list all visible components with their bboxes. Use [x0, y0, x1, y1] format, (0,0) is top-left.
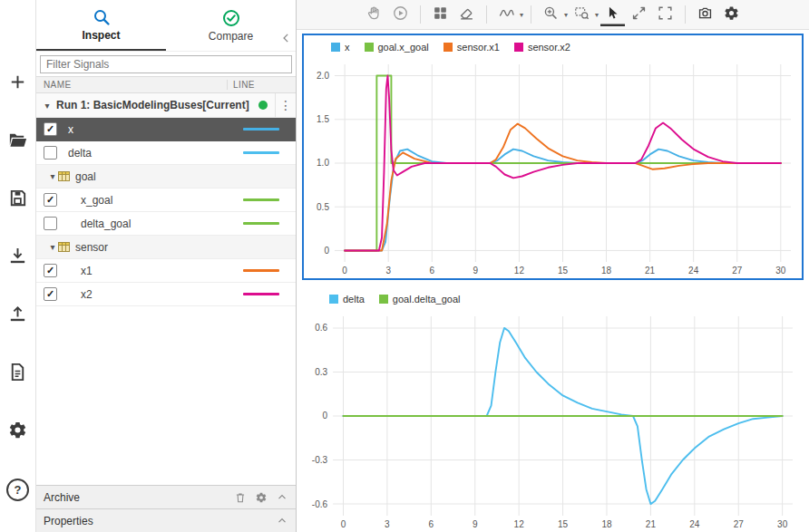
svg-text:-0.6: -0.6	[312, 499, 328, 509]
chevron-down-icon[interactable]: ▾	[595, 11, 599, 19]
group-row-goal[interactable]: ▾ goal	[36, 165, 296, 189]
caret-down-icon[interactable]: ▾	[47, 171, 58, 181]
signal-row-x[interactable]: x	[36, 118, 296, 141]
svg-text:6: 6	[429, 519, 434, 529]
add-button[interactable]	[5, 71, 31, 96]
legend-item[interactable]: goal.x_goal	[365, 42, 429, 53]
signal-row-x1[interactable]: x1	[36, 259, 296, 283]
signal-row-x-goal[interactable]: x_goal	[36, 189, 296, 212]
run-row[interactable]: ▾ Run 1: BasicModelingBuses[Current] ⋮	[36, 93, 296, 118]
fullscreen-button[interactable]	[653, 3, 677, 26]
more-options-icon[interactable]: ⋮	[275, 93, 296, 117]
line-sample-x2	[243, 293, 279, 295]
svg-text:0: 0	[341, 519, 346, 529]
zoom-in-button[interactable]	[539, 3, 563, 26]
tab-inspect-label: Inspect	[82, 29, 120, 42]
signal-row-x2[interactable]: x2	[36, 283, 296, 306]
subplot-2[interactable]: deltagoal.delta_goal 036912151821242730-…	[302, 287, 804, 532]
grid-layout-icon	[432, 5, 449, 24]
svg-text:15: 15	[558, 266, 569, 276]
svg-text:24: 24	[689, 519, 700, 529]
pan-tool-button[interactable]	[362, 3, 386, 26]
legend-item[interactable]: goal.delta_goal	[379, 294, 461, 305]
svg-text:3: 3	[385, 519, 390, 529]
legend: xgoal.x_goalsensor.x1sensor.x2	[304, 35, 802, 59]
pointer-tool-button[interactable]	[600, 3, 625, 26]
report-button[interactable]	[5, 361, 31, 386]
group-row-sensor[interactable]: ▾ sensor	[36, 236, 296, 259]
legend-swatch-icon	[379, 295, 388, 304]
checkbox-x-goal[interactable]	[44, 193, 57, 207]
legend-swatch-icon	[329, 295, 338, 304]
import-button[interactable]	[5, 245, 31, 270]
layout-button[interactable]	[428, 3, 453, 26]
checkbox-delta-goal[interactable]	[44, 217, 57, 230]
filter-signals-input[interactable]	[40, 55, 292, 73]
signal-name: x_goal	[57, 194, 227, 207]
collapse-panel-icon[interactable]	[279, 31, 294, 45]
svg-text:2.0: 2.0	[317, 71, 329, 81]
chevron-down-icon[interactable]: ▾	[520, 11, 523, 19]
properties-section[interactable]: Properties	[36, 508, 296, 532]
toolbar-separator	[531, 5, 531, 24]
plus-icon	[7, 72, 28, 95]
gear-icon[interactable]	[254, 490, 268, 504]
question-icon: ?	[6, 479, 29, 501]
preferences-button[interactable]	[5, 419, 31, 444]
checkbox-x1[interactable]	[44, 264, 57, 277]
plot-toolbar: ▾ ▾ ▾	[297, 0, 809, 30]
save-button[interactable]	[5, 187, 31, 212]
legend-item[interactable]: sensor.x1	[443, 42, 500, 53]
signal-row-delta-goal[interactable]: delta_goal	[36, 212, 296, 236]
run-status-dot	[258, 101, 268, 110]
save-icon	[7, 188, 28, 211]
caret-down-icon[interactable]: ▾	[42, 101, 53, 111]
hand-icon	[366, 5, 383, 24]
chevron-down-icon[interactable]: ▾	[564, 11, 568, 19]
line-sample-x-goal	[243, 198, 279, 201]
fit-to-view-button[interactable]	[627, 3, 651, 26]
time-plot-2[interactable]: 036912151821242730-0.6-0.300.30.6	[302, 311, 804, 532]
chevron-up-icon[interactable]	[275, 490, 288, 504]
column-line: LINE	[227, 80, 296, 90]
trash-icon[interactable]	[233, 490, 247, 504]
legend-label: delta	[343, 294, 365, 305]
settings-button[interactable]	[719, 3, 744, 26]
legend-label: sensor.x1	[457, 42, 500, 53]
export-button[interactable]	[5, 303, 31, 328]
import-icon	[7, 246, 28, 269]
time-plot-1[interactable]: 03691215182124273000.51.01.52.0	[304, 59, 802, 278]
line-sample-delta	[243, 151, 279, 154]
gear-icon	[723, 5, 740, 24]
svg-text:18: 18	[601, 266, 612, 276]
legend-item[interactable]: x	[331, 42, 350, 53]
open-button[interactable]	[5, 129, 31, 154]
replay-button[interactable]	[388, 3, 413, 26]
checkbox-x2[interactable]	[44, 287, 57, 301]
legend-item[interactable]: sensor.x2	[514, 42, 570, 53]
signal-style-button[interactable]	[494, 3, 519, 26]
snapshot-button[interactable]	[693, 3, 717, 26]
signal-row-delta[interactable]: delta	[36, 141, 296, 165]
svg-text:15: 15	[558, 519, 569, 529]
eraser-icon	[458, 5, 475, 24]
clear-plots-button[interactable]	[454, 3, 479, 26]
chevron-up-icon[interactable]	[275, 514, 288, 527]
tab-compare[interactable]: Compare	[166, 0, 296, 51]
search-icon	[93, 8, 111, 26]
help-button[interactable]: ?	[5, 477, 31, 502]
line-sample-delta-goal	[243, 222, 279, 225]
subplot-1-selected[interactable]: xgoal.x_goalsensor.x1sensor.x2 036912151…	[302, 34, 804, 280]
legend-swatch-icon	[443, 43, 453, 52]
svg-text:1.5: 1.5	[317, 114, 329, 124]
panel-tabs: Inspect Compare	[36, 0, 296, 52]
zoom-region-button[interactable]	[570, 3, 594, 26]
checkbox-x[interactable]	[44, 122, 57, 136]
archive-section[interactable]: Archive	[36, 485, 296, 508]
legend-item[interactable]: delta	[329, 294, 365, 305]
caret-down-icon[interactable]: ▾	[47, 242, 58, 252]
checkbox-delta[interactable]	[44, 146, 57, 160]
signal-browser-panel: Inspect Compare NAME LINE ▾ Run 1: Basic…	[36, 0, 297, 532]
tab-inspect[interactable]: Inspect	[36, 0, 166, 51]
svg-text:6: 6	[430, 266, 435, 276]
